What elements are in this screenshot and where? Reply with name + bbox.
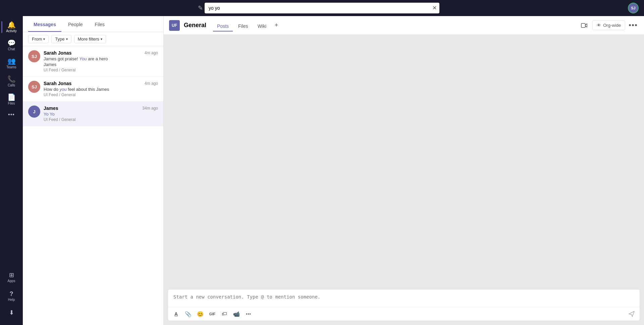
- format-text-button[interactable]: A: [171, 309, 181, 319]
- sidebar-label-files: Files: [8, 102, 15, 105]
- result-channel: UI Feed / General: [44, 68, 158, 72]
- result-time: 4m ago: [145, 51, 158, 55]
- more-filters-label: More filters: [78, 37, 99, 42]
- more-chevron-icon: ▾: [101, 37, 102, 41]
- apps-icon: ⊞: [9, 272, 14, 278]
- highlight: you: [60, 87, 67, 92]
- sidebar-item-help[interactable]: ? Help: [3, 288, 20, 304]
- team-icon-badge: UF: [169, 20, 180, 31]
- format-icon: A: [174, 311, 178, 317]
- tab-people[interactable]: People: [63, 18, 88, 32]
- sticker-button[interactable]: 🏷: [219, 309, 230, 319]
- channel-name: General: [184, 22, 206, 29]
- result-name: Sarah Jonas: [44, 81, 71, 86]
- result-content: Sarah Jonas 4m ago How do you feel about…: [44, 81, 158, 97]
- video-icon: 📹: [233, 311, 240, 317]
- download-icon: ⬇: [9, 310, 14, 316]
- sidebar-bottom: ⊞ Apps ? Help ⬇: [3, 269, 20, 322]
- type-filter-label: Type: [55, 37, 64, 42]
- more-options-button[interactable]: •••: [628, 20, 639, 31]
- result-message-yo: Yo Yo: [44, 112, 158, 117]
- sticker-icon: 🏷: [222, 311, 227, 317]
- result-content: Sarah Jonas 4m ago James got praise! You…: [44, 50, 158, 72]
- result-header: Sarah Jonas 4m ago: [44, 81, 158, 86]
- search-clear-button[interactable]: ✕: [432, 5, 437, 11]
- attach-icon: 📎: [185, 311, 192, 317]
- more-icon: •••: [8, 112, 15, 117]
- org-wide-button[interactable]: 👁 Org-wide: [592, 20, 625, 30]
- result-channel: UI Feed / General: [44, 117, 158, 122]
- attach-file-button[interactable]: 📎: [183, 309, 194, 319]
- tab-wiki[interactable]: Wiki: [254, 19, 270, 31]
- result-channel: UI Feed / General: [44, 92, 158, 97]
- sidebar-item-teams[interactable]: 👥 Teams: [3, 55, 20, 72]
- composer-toolbar: A 📎 😊 GIF 🏷 📹 •••: [168, 307, 640, 321]
- org-wide-label: Org-wide: [603, 23, 621, 28]
- sidebar-item-chat[interactable]: 💬 Chat: [3, 37, 20, 54]
- activity-icon: 🔔: [7, 21, 16, 28]
- tab-files[interactable]: Files: [234, 19, 252, 31]
- user-avatar[interactable]: SJ: [628, 3, 639, 13]
- result-item[interactable]: J James 34m ago Yo Yo UI Feed / General: [23, 102, 163, 126]
- top-bar: ✎ ✕ SJ: [0, 0, 644, 16]
- new-chat-button[interactable]: ✎: [198, 4, 203, 12]
- sidebar-item-files[interactable]: 📄 Files: [3, 91, 20, 108]
- result-name: Sarah Jonas: [44, 50, 71, 56]
- files-icon: 📄: [7, 94, 16, 101]
- more-filters-button[interactable]: More filters ▾: [74, 35, 106, 43]
- result-item[interactable]: SJ Sarah Jonas 4m ago How do you feel ab…: [23, 77, 163, 102]
- sidebar-label-activity: Activity: [6, 29, 17, 33]
- sidebar-label-help: Help: [8, 298, 15, 302]
- meet-button[interactable]: [579, 20, 590, 31]
- highlight: You: [79, 56, 87, 61]
- avatar: SJ: [28, 50, 40, 62]
- from-filter-button[interactable]: From ▾: [28, 35, 49, 43]
- type-filter-button[interactable]: Type ▾: [51, 35, 71, 43]
- org-wide-icon: 👁: [597, 23, 601, 28]
- from-chevron-icon: ▾: [43, 37, 45, 41]
- result-header: James 34m ago: [44, 106, 158, 111]
- tab-messages[interactable]: Messages: [28, 18, 61, 32]
- result-time: 4m ago: [145, 81, 158, 86]
- chat-area[interactable]: [164, 35, 644, 285]
- meet-icon: [581, 22, 588, 29]
- sidebar-label-apps: Apps: [8, 279, 15, 283]
- result-time: 34m ago: [142, 106, 158, 111]
- teams-icon: 👥: [7, 58, 16, 64]
- composer-input[interactable]: [168, 289, 640, 306]
- result-name: James: [44, 106, 58, 111]
- channel-header: UF General Posts Files Wiki + 👁 Org-wide: [164, 16, 644, 35]
- sidebar-label-calls: Calls: [8, 83, 15, 87]
- sidebar-item-more[interactable]: •••: [3, 109, 20, 120]
- result-message: James got praise! You are a hero: [44, 56, 158, 61]
- tab-posts[interactable]: Posts: [213, 19, 233, 31]
- sidebar: 🔔 Activity 💬 Chat 👥 Teams 📞 Calls 📄 File…: [0, 16, 23, 325]
- tab-files[interactable]: Files: [90, 18, 110, 32]
- sidebar-item-calls[interactable]: 📞 Calls: [3, 73, 20, 90]
- search-panel: Messages People Files From ▾ Type ▾ More…: [23, 16, 164, 325]
- chat-icon: 💬: [7, 40, 16, 46]
- main-layout: 🔔 Activity 💬 Chat 👥 Teams 📞 Calls 📄 File…: [0, 16, 644, 325]
- svg-rect-0: [581, 23, 585, 27]
- search-tabs: Messages People Files: [23, 16, 163, 32]
- sidebar-item-apps[interactable]: ⊞ Apps: [3, 269, 20, 285]
- emoji-button[interactable]: 😊: [195, 309, 206, 319]
- result-message: How do you feel about this James: [44, 87, 158, 92]
- video-button[interactable]: 📹: [231, 309, 242, 319]
- more-toolbar-button[interactable]: •••: [243, 309, 254, 319]
- filter-bar: From ▾ Type ▾ More filters ▾: [23, 32, 163, 46]
- avatar: SJ: [28, 81, 40, 93]
- sidebar-item-download[interactable]: ⬇: [3, 307, 20, 318]
- results-list: SJ Sarah Jonas 4m ago James got praise! …: [23, 46, 163, 325]
- emoji-icon: 😊: [197, 311, 204, 317]
- search-input[interactable]: [205, 3, 439, 13]
- sidebar-item-activity[interactable]: 🔔 Activity: [3, 19, 20, 36]
- result-item[interactable]: SJ Sarah Jonas 4m ago James got praise! …: [23, 46, 163, 77]
- send-button[interactable]: [626, 309, 637, 319]
- send-icon: [628, 311, 635, 317]
- gif-button[interactable]: GIF: [207, 309, 218, 319]
- calls-icon: 📞: [7, 76, 16, 82]
- add-tab-button[interactable]: +: [272, 21, 281, 30]
- channel-tabs: Posts Files Wiki +: [213, 19, 281, 31]
- search-bar-wrapper: ✕: [205, 3, 439, 13]
